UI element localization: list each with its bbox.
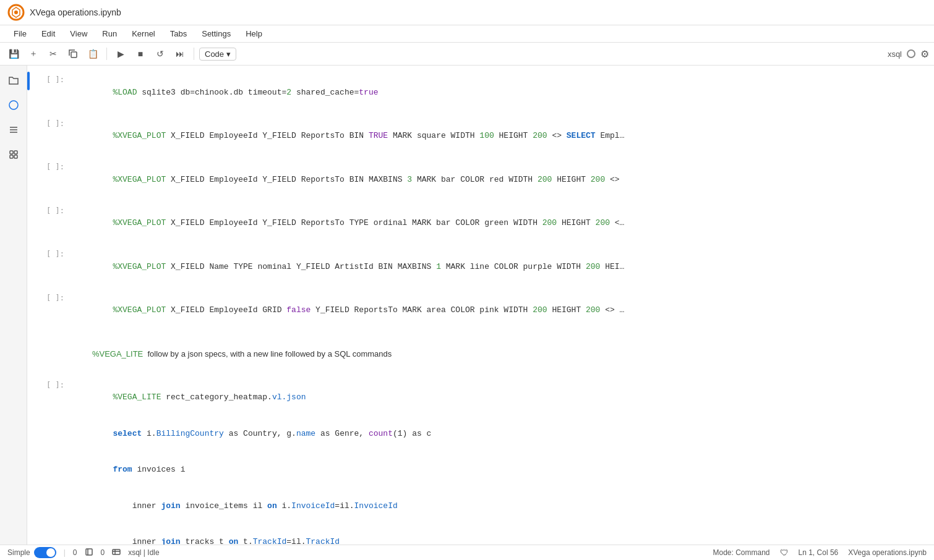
security-icon: 🛡 xyxy=(780,548,789,558)
main-area: [ ]: %LOAD sqlite3 db=chinook.db timeout… xyxy=(0,66,934,545)
cut-button[interactable]: ✂ xyxy=(45,45,62,62)
counter-1-value: 0 xyxy=(73,548,77,557)
sidebar-list-icon[interactable] xyxy=(4,120,24,140)
paste-button[interactable]: 📋 xyxy=(84,45,101,62)
cell-content-7: %VEGA_LITE follow by a json specs, with … xyxy=(69,333,934,375)
cursor-position: Ln 1, Col 56 xyxy=(799,548,839,557)
cell-8[interactable]: [ ]: %VEGA_LITE rect_category_heatmap.vl… xyxy=(27,376,934,545)
svg-rect-2 xyxy=(71,52,77,57)
cell-1[interactable]: [ ]: %LOAD sqlite3 db=chinook.db timeout… xyxy=(27,70,934,114)
menu-help[interactable]: Help xyxy=(239,27,268,41)
add-cell-button[interactable]: ＋ xyxy=(25,45,42,62)
sidebar-circle-icon[interactable] xyxy=(4,95,24,115)
filename-status: XVega operations.ipynb xyxy=(848,548,927,557)
toggle-knob xyxy=(46,548,55,557)
cell-content-3[interactable]: %XVEGA_PLOT X_FIELD EmployeeId Y_FIELD R… xyxy=(69,159,934,200)
menu-tabs[interactable]: Tabs xyxy=(164,27,193,41)
title-bar: XVega operations.ipynb xyxy=(0,0,934,25)
cell-type-label: Code xyxy=(205,49,224,59)
svg-rect-7 xyxy=(10,151,13,154)
menu-view[interactable]: View xyxy=(64,27,93,41)
refresh-button[interactable]: ↺ xyxy=(152,45,169,62)
kernel-status-circle xyxy=(907,49,915,58)
sidebar-folder-icon[interactable] xyxy=(4,70,24,90)
cell-gutter-8: [ ]: xyxy=(32,377,69,389)
cell-content-4[interactable]: %XVEGA_PLOT X_FIELD EmployeeId Y_FIELD R… xyxy=(69,203,934,244)
cell-4[interactable]: [ ]: %XVEGA_PLOT X_FIELD EmployeeId Y_FI… xyxy=(27,202,934,245)
fast-forward-button[interactable]: ⏭ xyxy=(171,45,189,62)
stop-button[interactable]: ■ xyxy=(132,45,149,62)
cell-gutter-5: [ ]: xyxy=(32,246,69,258)
notebook-content[interactable]: [ ]: %LOAD sqlite3 db=chinook.db timeout… xyxy=(27,66,934,545)
menu-run[interactable]: Run xyxy=(96,27,123,41)
cell-content-2[interactable]: %XVEGA_PLOT X_FIELD EmployeeId Y_FIELD R… xyxy=(69,116,934,157)
mode-toggle-group: Simple xyxy=(7,547,56,558)
cell-6[interactable]: [ ]: %XVEGA_PLOT X_FIELD EmployeeId GRID… xyxy=(27,289,934,333)
mode-label: Mode: Command xyxy=(713,548,769,557)
cell-type-dropdown[interactable]: Code ▾ xyxy=(199,48,236,61)
svg-rect-9 xyxy=(10,155,13,158)
menu-edit[interactable]: Edit xyxy=(35,27,61,41)
cell-inactive-indicator xyxy=(27,159,30,177)
svg-point-3 xyxy=(9,101,18,109)
cell-gutter-7 xyxy=(32,333,69,337)
cell-gutter-2: [ ]: xyxy=(32,116,69,128)
status-right: Mode: Command 🛡 Ln 1, Col 56 XVega opera… xyxy=(713,548,927,558)
cell-content-5[interactable]: %XVEGA_PLOT X_FIELD Name TYPE nominal Y_… xyxy=(69,246,934,287)
cell-gutter-6: [ ]: xyxy=(32,290,69,302)
toolbar-right: xsql ⚙ xyxy=(888,48,929,60)
run-button[interactable]: ▶ xyxy=(112,45,129,62)
cell-3[interactable]: [ ]: %XVEGA_PLOT X_FIELD EmployeeId Y_FI… xyxy=(27,158,934,202)
svg-point-1 xyxy=(14,11,18,14)
counter-2-value: 0 xyxy=(101,548,105,557)
cell-gutter-4: [ ]: xyxy=(32,203,69,215)
cell-content-1[interactable]: %LOAD sqlite3 db=chinook.db timeout=2 sh… xyxy=(69,72,934,113)
menu-bar: File Edit View Run Kernel Tabs Settings … xyxy=(0,25,934,43)
counter-1-icon xyxy=(85,548,93,558)
cell-content-8[interactable]: %VEGA_LITE rect_category_heatmap.vl.json… xyxy=(69,377,934,545)
cell-inactive-indicator xyxy=(27,116,30,134)
status-bar: Simple | 0 0 xsql | Idle Mode: Command 🛡… xyxy=(0,545,934,560)
simple-label: Simple xyxy=(7,548,30,557)
keyword-magic: %LOAD xyxy=(113,88,137,97)
toolbar: 💾 ＋ ✂ 📋 ▶ ■ ↺ ⏭ Code ▾ xsql ⚙ xyxy=(0,43,934,66)
cell-gutter-1: [ ]: xyxy=(32,72,69,84)
cell-inactive-indicator xyxy=(27,377,30,396)
menu-kernel[interactable]: Kernel xyxy=(126,27,161,41)
svg-rect-11 xyxy=(86,549,92,555)
cell-content-6[interactable]: %XVEGA_PLOT X_FIELD EmployeeId GRID fals… xyxy=(69,290,934,331)
sidebar-puzzle-icon[interactable] xyxy=(4,145,24,164)
cell-active-indicator xyxy=(27,72,30,90)
settings-icon[interactable]: ⚙ xyxy=(920,48,929,60)
save-button[interactable]: 💾 xyxy=(5,45,22,62)
cell-gutter-3: [ ]: xyxy=(32,159,69,171)
cell-7-text: %VEGA_LITE follow by a json specs, with … xyxy=(27,332,934,376)
window-title: XVega operations.ipynb xyxy=(30,7,121,17)
svg-rect-8 xyxy=(14,151,17,154)
menu-file[interactable]: File xyxy=(7,27,33,41)
toolbar-separator-1 xyxy=(106,48,107,60)
cell-5[interactable]: [ ]: %XVEGA_PLOT X_FIELD Name TYPE nomin… xyxy=(27,245,934,289)
cell-inactive-indicator xyxy=(27,290,30,308)
cell-inactive-indicator xyxy=(27,203,30,221)
left-sidebar xyxy=(0,66,27,545)
app-logo xyxy=(7,4,25,21)
cell-inactive-indicator xyxy=(27,246,30,265)
copy-button[interactable] xyxy=(64,45,82,62)
svg-rect-13 xyxy=(113,549,120,554)
kernel-status-label: xsql | Idle xyxy=(128,548,159,557)
kernel-name-label: xsql xyxy=(888,49,902,59)
cell-inactive-indicator xyxy=(27,333,30,352)
cell-2[interactable]: [ ]: %XVEGA_PLOT X_FIELD EmployeeId Y_FI… xyxy=(27,114,934,158)
counter-2-icon xyxy=(112,548,121,558)
svg-rect-10 xyxy=(14,155,17,158)
mode-toggle-switch[interactable] xyxy=(34,547,56,558)
menu-settings[interactable]: Settings xyxy=(195,27,237,41)
toolbar-separator-2 xyxy=(194,48,194,60)
dropdown-chevron-icon: ▾ xyxy=(226,49,231,59)
